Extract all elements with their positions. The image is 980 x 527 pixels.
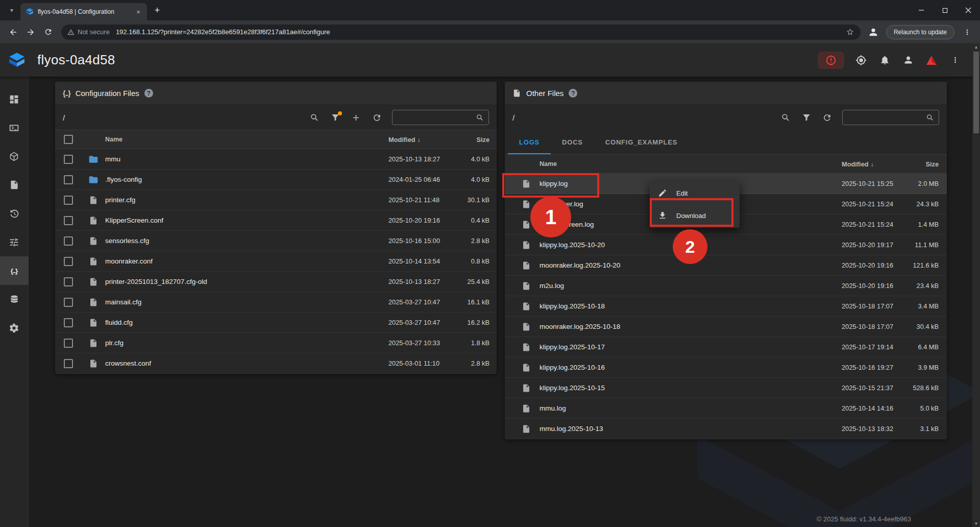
bookmark-star-icon[interactable] — [846, 28, 854, 36]
config-search-box[interactable] — [392, 110, 489, 125]
sidebar-item-settings[interactable] — [0, 314, 29, 342]
address-bar[interactable]: Not secure 192.168.1.125/?printer=24282e… — [61, 25, 861, 40]
sidebar-item-gcode-preview[interactable] — [0, 142, 29, 171]
table-row[interactable]: plr.cfg 2025-03-27 10:33 1.8 kB — [55, 333, 497, 353]
table-row[interactable]: mmu.log.2025-10-13 2025-10-13 18:32 3.1 … — [505, 419, 947, 439]
host-power-icon[interactable] — [854, 54, 868, 67]
page-content: {..} Configuration Files ? / — [29, 77, 972, 527]
sidebar-item-system[interactable] — [0, 285, 29, 314]
row-checkbox[interactable] — [64, 318, 73, 327]
reload-button[interactable] — [40, 24, 56, 40]
scrollbar-thumb[interactable] — [973, 52, 979, 133]
other-search-input[interactable] — [847, 114, 926, 122]
table-row[interactable]: klippy.log.2025-10-18 2025-10-18 17:07 3… — [505, 296, 947, 317]
sidebar-item-jobs[interactable] — [0, 171, 29, 199]
file-tab[interactable]: DOCS — [551, 130, 594, 154]
not-secure-indicator[interactable]: Not secure — [67, 28, 110, 36]
table-row[interactable]: klippy.log.2025-10-16 2025-10-16 19:27 3… — [505, 357, 947, 378]
other-search-box[interactable] — [842, 110, 939, 125]
row-checkbox[interactable] — [64, 339, 73, 348]
table-row[interactable]: fluidd.cfg 2025-03-27 10:47 16.2 kB — [55, 313, 497, 333]
row-checkbox[interactable] — [64, 216, 73, 225]
notifications-bell-icon[interactable] — [878, 54, 891, 67]
config-search-input[interactable] — [397, 114, 476, 122]
table-row[interactable]: moonraker.log.2025-10-20 2025-10-20 19:1… — [505, 255, 947, 276]
column-name[interactable]: Name — [105, 136, 388, 143]
refresh-icon[interactable] — [822, 113, 832, 123]
profile-icon[interactable] — [866, 25, 881, 40]
page-scrollbar[interactable]: ▲ ▼ — [972, 43, 980, 527]
row-checkbox[interactable] — [64, 175, 73, 184]
row-checkbox[interactable] — [64, 155, 73, 164]
close-window-button[interactable] — [957, 0, 980, 20]
app-menu-kebab-icon[interactable] — [948, 54, 962, 67]
table-row[interactable]: m2u.log 2025-10-20 19:16 23.4 kB — [505, 276, 947, 296]
maximize-button[interactable] — [933, 0, 957, 20]
table-row[interactable]: crowsnest.conf 2025-03-01 11:10 2.8 kB — [55, 353, 497, 374]
scroll-up-icon[interactable]: ▲ — [972, 43, 980, 51]
sidebar-item-history[interactable] — [0, 199, 29, 228]
table-row[interactable]: klippy.log.2025-10-15 2025-10-15 21:37 5… — [505, 378, 947, 398]
select-all-checkbox[interactable] — [64, 135, 73, 144]
row-checkbox[interactable] — [64, 277, 73, 286]
row-checkbox[interactable] — [64, 236, 73, 246]
sidebar-item-tune[interactable] — [0, 228, 29, 256]
file-icon — [89, 359, 98, 368]
alert-brand-icon[interactable] — [925, 54, 938, 67]
table-row[interactable]: moonraker.log.2025-10-18 2025-10-18 17:0… — [505, 317, 947, 337]
column-modified[interactable]: Modified↓ — [388, 136, 451, 143]
table-row[interactable]: mmu.log 2025-10-14 14:16 5.0 kB — [505, 398, 947, 419]
emergency-stop-button[interactable] — [818, 52, 844, 69]
column-size[interactable]: Size — [451, 136, 489, 143]
file-modified: 2025-10-16 19:27 — [842, 364, 903, 371]
add-file-icon[interactable] — [351, 113, 361, 123]
search-icon[interactable] — [781, 113, 791, 123]
row-checkbox[interactable] — [64, 257, 73, 266]
file-icon — [522, 343, 531, 352]
table-row[interactable]: klippy.log.2025-10-17 2025-10-17 19:14 6… — [505, 337, 947, 357]
table-row[interactable]: mainsail.cfg 2025-03-27 10:47 16.1 kB — [55, 292, 497, 313]
file-name: moonraker.log.2025-10-18 — [540, 323, 842, 330]
table-row[interactable]: .flyos-config 2024-01-25 06:46 4.0 kB — [55, 170, 497, 190]
row-checkbox[interactable] — [64, 196, 73, 205]
column-name[interactable]: Name — [540, 160, 842, 167]
column-modified[interactable]: Modified↓ — [842, 160, 903, 168]
table-row[interactable]: moonraker.conf 2025-10-14 13:54 0.8 kB — [55, 251, 497, 272]
help-icon[interactable]: ? — [569, 89, 577, 98]
table-row[interactable]: KlipperScreen.conf 2025-10-20 19:16 0.4 … — [55, 210, 497, 231]
table-row[interactable]: printer-20251013_182707.cfg-old 2025-10-… — [55, 272, 497, 292]
tab-close-icon[interactable]: × — [134, 7, 143, 16]
browser-menu-button[interactable] — [960, 25, 975, 40]
braces-icon: {..} — [11, 267, 17, 275]
table-row[interactable]: sensorless.cfg 2025-10-16 15:00 2.8 kB — [55, 231, 497, 251]
table-row[interactable]: printer.cfg 2025-10-21 11:48 30.1 kB — [55, 190, 497, 210]
column-size[interactable]: Size — [903, 160, 939, 168]
browser-tab[interactable]: flyos-0a4d58 | Configuration × — [20, 3, 147, 20]
config-panel-title: Configuration Files — [76, 89, 139, 98]
row-checkbox[interactable] — [64, 359, 73, 368]
table-row[interactable]: klippy.log.2025-10-20 2025-10-20 19:17 1… — [505, 235, 947, 255]
sidebar-item-console[interactable] — [0, 113, 29, 142]
file-tab[interactable]: LOGS — [508, 130, 551, 154]
file-name: moonraker.conf — [105, 257, 388, 265]
minimize-button[interactable] — [910, 0, 933, 20]
sidebar-item-configuration[interactable]: {..} — [0, 256, 29, 285]
tab-search-button[interactable]: ▾ — [4, 3, 19, 18]
relaunch-to-update-button[interactable]: Relaunch to update — [886, 25, 954, 39]
help-icon[interactable]: ? — [144, 89, 153, 98]
back-button[interactable] — [5, 24, 21, 40]
refresh-icon[interactable] — [372, 113, 382, 123]
filter-icon[interactable] — [802, 113, 811, 122]
sidebar-item-dashboard[interactable] — [0, 85, 29, 113]
forward-button[interactable] — [22, 24, 39, 40]
table-row[interactable]: mmu 2025-10-13 18:27 4.0 kB — [55, 149, 497, 170]
file-name: mmu.log — [540, 404, 842, 412]
filter-icon[interactable] — [331, 113, 340, 122]
file-tab[interactable]: CONFIG_EXAMPLES — [594, 130, 689, 154]
file-name: printer.cfg — [105, 196, 388, 204]
new-tab-button[interactable]: + — [150, 3, 164, 17]
search-icon[interactable] — [310, 113, 320, 123]
scroll-down-icon[interactable]: ▼ — [972, 520, 980, 527]
user-account-icon[interactable] — [901, 54, 915, 67]
row-checkbox[interactable] — [64, 298, 73, 307]
